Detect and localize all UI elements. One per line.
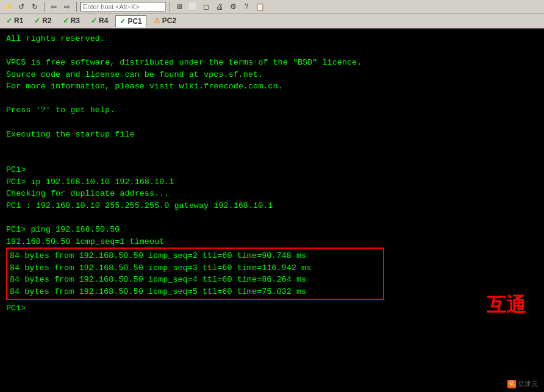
- terminal-line-0: All rights reserved.: [6, 33, 538, 45]
- terminal-line-4: For more information, please visit wiki.…: [6, 80, 538, 93]
- terminal-line-11: PC1>: [6, 164, 538, 176]
- tab-label-R3: R3: [71, 16, 80, 25]
- window-icon[interactable]: ⬜: [187, 1, 198, 12]
- toolbar: ⚡ ↺ ↻ ⇦ ⇨ 🖥 ⬜ ◻ 🖨 ⚙ ? 📋: [0, 0, 544, 13]
- terminal-line-10: [6, 152, 538, 165]
- ping-result-0: 84 bytes from 192.168.50.50 icmp_seq=2 t…: [10, 250, 381, 262]
- tab-R4[interactable]: ✓ R4: [87, 15, 112, 26]
- tab-check-icon-PC1: ✓: [120, 17, 126, 26]
- tab-bar: ✓ R1 ✓ R2 ✓ R3 ✓ R4 ✓ PC1 ⚠ PC2: [0, 13, 544, 29]
- ping-result-1: 84 bytes from 192.168.50.50 icmp_seq=3 t…: [10, 262, 381, 274]
- toolbar-separator-3: [170, 2, 170, 12]
- terminal-timeout-line: 192.168.50.50 icmp_seq=1 timeout: [6, 236, 538, 248]
- terminal-line-8: Executing the startup file: [6, 129, 538, 141]
- help-icon[interactable]: ?: [241, 1, 252, 12]
- terminal-line-15: [6, 212, 538, 224]
- terminal-line-3: Source code and license can be found at …: [6, 69, 538, 81]
- tab-check-icon-R3: ✓: [63, 16, 69, 25]
- tab-check-icon-R4: ✓: [91, 16, 97, 25]
- tab-PC2[interactable]: ⚠ PC2: [150, 15, 180, 26]
- terminal-line-1: [6, 45, 538, 57]
- host-input[interactable]: [81, 2, 166, 12]
- terminal-prompt-end: PC1>: [6, 302, 538, 315]
- terminal-line-9: [6, 140, 538, 152]
- terminal[interactable]: All rights reserved. VPCS is free softwa…: [0, 29, 544, 392]
- watermark: 亿 亿速云: [507, 379, 538, 388]
- extra-icon[interactable]: 📋: [254, 1, 265, 12]
- terminal-line-16: PC1> ping 192.168.50.50: [6, 224, 538, 236]
- terminal-line-6: Press '?' to get help.: [6, 104, 538, 116]
- tab-check-icon-R2: ✓: [34, 16, 40, 25]
- monitor-icon[interactable]: 🖥: [174, 1, 185, 12]
- tab-R1[interactable]: ✓ R1: [2, 15, 27, 26]
- forward-nav-icon[interactable]: ⇨: [62, 1, 73, 12]
- tab-label-PC2: PC2: [162, 16, 176, 25]
- terminal-line-14: PC1 : 192.168.10.10 255.255.255.0 gatewa…: [6, 200, 538, 212]
- print-icon[interactable]: 🖨: [214, 1, 225, 12]
- watermark-text: 亿速云: [518, 379, 538, 388]
- terminal-line-5: [6, 93, 538, 105]
- toolbar-separator: [44, 2, 45, 12]
- tab-check-icon-R1: ✓: [6, 16, 12, 25]
- annotation-text: 互通: [487, 292, 526, 319]
- watermark-logo: 亿: [507, 380, 516, 388]
- toolbar-separator-2: [76, 2, 77, 12]
- tab-label-R2: R2: [42, 16, 51, 25]
- forward-icon[interactable]: ↻: [29, 1, 40, 12]
- ping-results-box: 84 bytes from 192.168.50.50 icmp_seq=2 t…: [6, 248, 384, 300]
- tab-R2[interactable]: ✓ R2: [30, 15, 55, 26]
- settings-icon[interactable]: ⚙: [227, 1, 238, 12]
- refresh-icon[interactable]: ↺: [16, 1, 27, 12]
- tab-PC1[interactable]: ✓ PC1: [115, 15, 146, 27]
- terminal-line-7: [6, 116, 538, 129]
- tab-label-R1: R1: [14, 16, 23, 25]
- ping-result-3: 84 bytes from 192.168.50.50 icmp_seq=5 t…: [10, 286, 381, 298]
- tab-R3[interactable]: ✓ R3: [59, 15, 84, 26]
- tab-warn-icon-PC2: ⚠: [154, 16, 160, 25]
- terminal-line-13: Checking for duplicate address...: [6, 188, 538, 200]
- back-nav-icon[interactable]: ⇦: [48, 1, 59, 12]
- tab-label-PC1: PC1: [127, 17, 141, 26]
- terminal-line-12: PC1> ip 192.168.10.10 192.168.10.1: [6, 176, 538, 188]
- ping-result-2: 84 bytes from 192.168.50.50 icmp_seq=4 t…: [10, 274, 381, 286]
- capture-icon[interactable]: ◻: [201, 1, 212, 12]
- terminal-line-2: VPCS is free software, distributed under…: [6, 57, 538, 69]
- tab-label-R4: R4: [99, 16, 108, 25]
- power-icon[interactable]: ⚡: [2, 1, 13, 12]
